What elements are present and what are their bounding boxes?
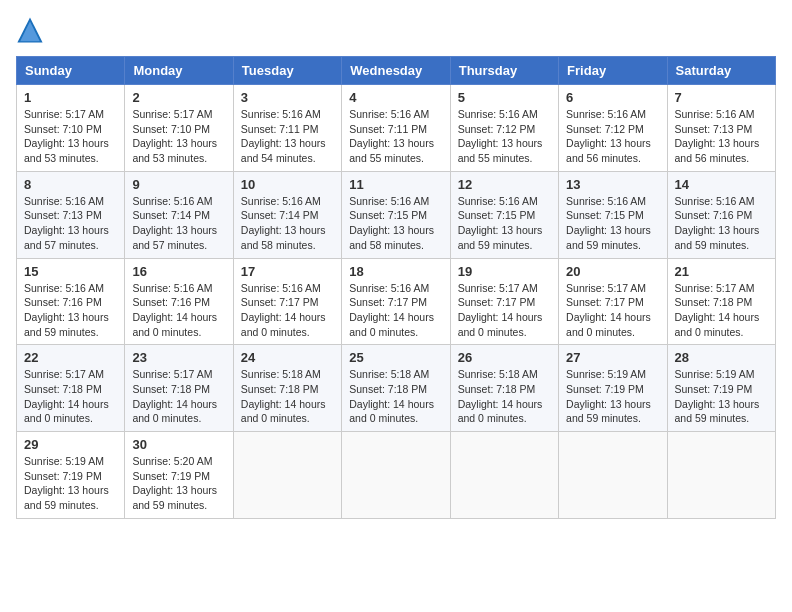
calendar-cell [233, 432, 341, 519]
day-number: 4 [349, 90, 442, 105]
calendar-day-header: Friday [559, 57, 667, 85]
cell-text: Sunrise: 5:16 AMSunset: 7:17 PMDaylight:… [349, 281, 442, 340]
day-number: 14 [675, 177, 768, 192]
calendar-day-header: Thursday [450, 57, 558, 85]
calendar-header-row: SundayMondayTuesdayWednesdayThursdayFrid… [17, 57, 776, 85]
cell-text: Sunrise: 5:19 AMSunset: 7:19 PMDaylight:… [566, 367, 659, 426]
calendar-cell: 30Sunrise: 5:20 AMSunset: 7:19 PMDayligh… [125, 432, 233, 519]
cell-text: Sunrise: 5:16 AMSunset: 7:13 PMDaylight:… [24, 194, 117, 253]
day-number: 29 [24, 437, 117, 452]
logo [16, 16, 48, 44]
calendar-day-header: Saturday [667, 57, 775, 85]
calendar-week-row: 15Sunrise: 5:16 AMSunset: 7:16 PMDayligh… [17, 258, 776, 345]
cell-text: Sunrise: 5:18 AMSunset: 7:18 PMDaylight:… [349, 367, 442, 426]
calendar-cell: 21Sunrise: 5:17 AMSunset: 7:18 PMDayligh… [667, 258, 775, 345]
cell-text: Sunrise: 5:17 AMSunset: 7:17 PMDaylight:… [566, 281, 659, 340]
day-number: 7 [675, 90, 768, 105]
day-number: 13 [566, 177, 659, 192]
calendar-cell: 14Sunrise: 5:16 AMSunset: 7:16 PMDayligh… [667, 171, 775, 258]
cell-text: Sunrise: 5:16 AMSunset: 7:14 PMDaylight:… [132, 194, 225, 253]
day-number: 1 [24, 90, 117, 105]
cell-text: Sunrise: 5:16 AMSunset: 7:12 PMDaylight:… [566, 107, 659, 166]
calendar-week-row: 22Sunrise: 5:17 AMSunset: 7:18 PMDayligh… [17, 345, 776, 432]
calendar-cell [559, 432, 667, 519]
cell-text: Sunrise: 5:16 AMSunset: 7:12 PMDaylight:… [458, 107, 551, 166]
day-number: 11 [349, 177, 442, 192]
calendar-cell [667, 432, 775, 519]
day-number: 18 [349, 264, 442, 279]
day-number: 23 [132, 350, 225, 365]
calendar-week-row: 29Sunrise: 5:19 AMSunset: 7:19 PMDayligh… [17, 432, 776, 519]
cell-text: Sunrise: 5:17 AMSunset: 7:18 PMDaylight:… [132, 367, 225, 426]
calendar-cell: 1Sunrise: 5:17 AMSunset: 7:10 PMDaylight… [17, 85, 125, 172]
calendar-cell: 29Sunrise: 5:19 AMSunset: 7:19 PMDayligh… [17, 432, 125, 519]
calendar-day-header: Wednesday [342, 57, 450, 85]
day-number: 28 [675, 350, 768, 365]
day-number: 3 [241, 90, 334, 105]
calendar-week-row: 8Sunrise: 5:16 AMSunset: 7:13 PMDaylight… [17, 171, 776, 258]
page-header [16, 16, 776, 44]
cell-text: Sunrise: 5:20 AMSunset: 7:19 PMDaylight:… [132, 454, 225, 513]
cell-text: Sunrise: 5:16 AMSunset: 7:15 PMDaylight:… [458, 194, 551, 253]
calendar-cell: 5Sunrise: 5:16 AMSunset: 7:12 PMDaylight… [450, 85, 558, 172]
calendar-cell: 6Sunrise: 5:16 AMSunset: 7:12 PMDaylight… [559, 85, 667, 172]
calendar-cell: 23Sunrise: 5:17 AMSunset: 7:18 PMDayligh… [125, 345, 233, 432]
calendar-cell: 8Sunrise: 5:16 AMSunset: 7:13 PMDaylight… [17, 171, 125, 258]
day-number: 25 [349, 350, 442, 365]
cell-text: Sunrise: 5:16 AMSunset: 7:15 PMDaylight:… [349, 194, 442, 253]
day-number: 27 [566, 350, 659, 365]
cell-text: Sunrise: 5:19 AMSunset: 7:19 PMDaylight:… [675, 367, 768, 426]
day-number: 19 [458, 264, 551, 279]
calendar-cell: 17Sunrise: 5:16 AMSunset: 7:17 PMDayligh… [233, 258, 341, 345]
calendar-cell: 11Sunrise: 5:16 AMSunset: 7:15 PMDayligh… [342, 171, 450, 258]
calendar-cell: 24Sunrise: 5:18 AMSunset: 7:18 PMDayligh… [233, 345, 341, 432]
calendar-cell: 3Sunrise: 5:16 AMSunset: 7:11 PMDaylight… [233, 85, 341, 172]
cell-text: Sunrise: 5:16 AMSunset: 7:11 PMDaylight:… [349, 107, 442, 166]
calendar-cell [342, 432, 450, 519]
calendar-day-header: Tuesday [233, 57, 341, 85]
day-number: 10 [241, 177, 334, 192]
cell-text: Sunrise: 5:17 AMSunset: 7:10 PMDaylight:… [24, 107, 117, 166]
calendar-cell: 2Sunrise: 5:17 AMSunset: 7:10 PMDaylight… [125, 85, 233, 172]
calendar-cell: 27Sunrise: 5:19 AMSunset: 7:19 PMDayligh… [559, 345, 667, 432]
cell-text: Sunrise: 5:16 AMSunset: 7:16 PMDaylight:… [675, 194, 768, 253]
calendar-cell: 16Sunrise: 5:16 AMSunset: 7:16 PMDayligh… [125, 258, 233, 345]
calendar-cell: 10Sunrise: 5:16 AMSunset: 7:14 PMDayligh… [233, 171, 341, 258]
day-number: 26 [458, 350, 551, 365]
calendar-cell: 25Sunrise: 5:18 AMSunset: 7:18 PMDayligh… [342, 345, 450, 432]
cell-text: Sunrise: 5:17 AMSunset: 7:18 PMDaylight:… [675, 281, 768, 340]
cell-text: Sunrise: 5:16 AMSunset: 7:15 PMDaylight:… [566, 194, 659, 253]
day-number: 16 [132, 264, 225, 279]
logo-icon [16, 16, 44, 44]
day-number: 8 [24, 177, 117, 192]
day-number: 21 [675, 264, 768, 279]
cell-text: Sunrise: 5:18 AMSunset: 7:18 PMDaylight:… [458, 367, 551, 426]
cell-text: Sunrise: 5:16 AMSunset: 7:16 PMDaylight:… [24, 281, 117, 340]
cell-text: Sunrise: 5:17 AMSunset: 7:10 PMDaylight:… [132, 107, 225, 166]
day-number: 30 [132, 437, 225, 452]
day-number: 2 [132, 90, 225, 105]
cell-text: Sunrise: 5:18 AMSunset: 7:18 PMDaylight:… [241, 367, 334, 426]
cell-text: Sunrise: 5:17 AMSunset: 7:17 PMDaylight:… [458, 281, 551, 340]
day-number: 24 [241, 350, 334, 365]
cell-text: Sunrise: 5:17 AMSunset: 7:18 PMDaylight:… [24, 367, 117, 426]
calendar-cell: 22Sunrise: 5:17 AMSunset: 7:18 PMDayligh… [17, 345, 125, 432]
calendar-cell: 12Sunrise: 5:16 AMSunset: 7:15 PMDayligh… [450, 171, 558, 258]
day-number: 17 [241, 264, 334, 279]
calendar-day-header: Sunday [17, 57, 125, 85]
cell-text: Sunrise: 5:16 AMSunset: 7:13 PMDaylight:… [675, 107, 768, 166]
cell-text: Sunrise: 5:16 AMSunset: 7:11 PMDaylight:… [241, 107, 334, 166]
calendar-table: SundayMondayTuesdayWednesdayThursdayFrid… [16, 56, 776, 519]
day-number: 15 [24, 264, 117, 279]
day-number: 20 [566, 264, 659, 279]
calendar-day-header: Monday [125, 57, 233, 85]
cell-text: Sunrise: 5:19 AMSunset: 7:19 PMDaylight:… [24, 454, 117, 513]
calendar-cell: 18Sunrise: 5:16 AMSunset: 7:17 PMDayligh… [342, 258, 450, 345]
calendar-cell: 26Sunrise: 5:18 AMSunset: 7:18 PMDayligh… [450, 345, 558, 432]
calendar-cell: 19Sunrise: 5:17 AMSunset: 7:17 PMDayligh… [450, 258, 558, 345]
calendar-cell [450, 432, 558, 519]
cell-text: Sunrise: 5:16 AMSunset: 7:14 PMDaylight:… [241, 194, 334, 253]
day-number: 9 [132, 177, 225, 192]
day-number: 6 [566, 90, 659, 105]
day-number: 22 [24, 350, 117, 365]
